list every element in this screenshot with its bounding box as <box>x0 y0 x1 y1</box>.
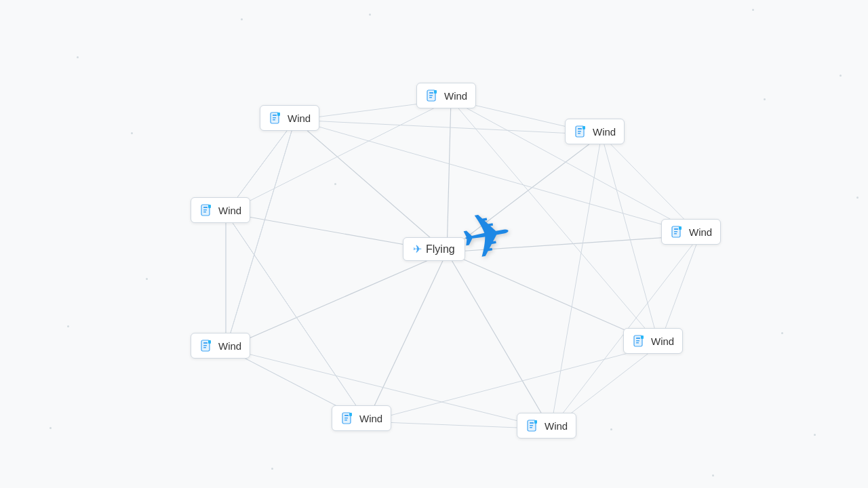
svg-rect-66 <box>636 338 640 339</box>
svg-rect-62 <box>203 345 207 346</box>
svg-line-21 <box>601 135 659 345</box>
svg-line-32 <box>551 135 601 429</box>
svg-line-25 <box>226 213 367 422</box>
wind-icon <box>269 110 283 125</box>
svg-rect-64 <box>208 340 211 344</box>
node-label: Wind <box>218 340 241 352</box>
wind-node-n1[interactable]: Wind <box>260 105 319 131</box>
airplane-image: ✈ <box>455 196 517 274</box>
node-label: Wind <box>545 420 568 432</box>
svg-rect-38 <box>273 119 275 121</box>
svg-line-28 <box>226 213 367 422</box>
wind-icon <box>199 338 214 353</box>
flying-label: Flying <box>426 243 455 256</box>
svg-rect-43 <box>429 97 432 98</box>
svg-line-26 <box>226 120 295 348</box>
svg-rect-36 <box>273 115 277 116</box>
svg-rect-49 <box>583 126 585 129</box>
svg-rect-74 <box>349 413 352 416</box>
node-label: Wind <box>218 205 241 216</box>
svg-line-0 <box>295 120 447 252</box>
svg-rect-76 <box>530 422 534 424</box>
wind-icon <box>670 224 685 239</box>
wind-node-n9[interactable]: Wind <box>517 413 576 439</box>
svg-rect-57 <box>674 231 677 232</box>
svg-rect-39 <box>277 113 280 116</box>
svg-rect-41 <box>429 92 433 94</box>
svg-rect-48 <box>578 133 580 134</box>
svg-rect-54 <box>208 205 211 208</box>
svg-rect-58 <box>674 233 677 235</box>
svg-rect-37 <box>273 117 276 119</box>
svg-rect-77 <box>530 425 533 426</box>
wind-icon <box>425 88 440 103</box>
node-label: Wind <box>689 226 712 238</box>
wind-node-n2[interactable]: Wind <box>416 83 476 108</box>
svg-line-19 <box>295 120 601 135</box>
wind-node-n3[interactable]: Wind <box>565 119 625 144</box>
svg-rect-72 <box>344 418 348 419</box>
svg-rect-44 <box>434 90 437 94</box>
airplane-icon: ✈ <box>413 243 422 256</box>
flying-node[interactable]: ✈Flying <box>403 237 465 261</box>
svg-rect-56 <box>674 228 678 230</box>
svg-rect-63 <box>203 347 206 348</box>
node-label: Wind <box>288 113 311 124</box>
wind-icon <box>632 333 647 348</box>
wind-node-n6[interactable]: Wind <box>191 333 250 359</box>
svg-line-33 <box>226 120 295 348</box>
svg-rect-59 <box>679 226 682 230</box>
svg-rect-53 <box>203 211 206 213</box>
wind-icon <box>574 124 589 139</box>
svg-rect-69 <box>641 336 644 339</box>
svg-rect-78 <box>530 427 532 428</box>
wind-icon <box>526 418 540 433</box>
node-label: Wind <box>651 336 674 347</box>
wind-node-n4[interactable]: Wind <box>191 197 250 223</box>
node-label: Wind <box>359 413 382 424</box>
node-label: Wind <box>593 126 616 138</box>
svg-rect-42 <box>429 95 433 96</box>
svg-rect-73 <box>344 420 347 421</box>
wind-node-n7[interactable]: Wind <box>623 328 683 354</box>
svg-rect-46 <box>578 128 582 129</box>
svg-rect-68 <box>636 342 639 344</box>
node-label: Wind <box>444 90 467 102</box>
svg-rect-71 <box>344 415 349 416</box>
svg-rect-51 <box>203 207 208 208</box>
svg-line-1 <box>447 100 451 252</box>
wind-icon <box>199 203 214 218</box>
svg-rect-61 <box>203 342 208 344</box>
svg-rect-79 <box>534 420 537 424</box>
wind-node-n8[interactable]: Wind <box>332 405 391 431</box>
svg-rect-52 <box>203 209 207 211</box>
svg-rect-47 <box>578 131 581 132</box>
svg-line-7 <box>367 252 447 422</box>
svg-rect-67 <box>636 340 639 342</box>
svg-line-23 <box>367 345 659 422</box>
wind-icon <box>340 411 355 426</box>
svg-line-5 <box>226 252 447 348</box>
svg-line-8 <box>447 252 551 429</box>
wind-node-n5[interactable]: Wind <box>661 219 721 245</box>
